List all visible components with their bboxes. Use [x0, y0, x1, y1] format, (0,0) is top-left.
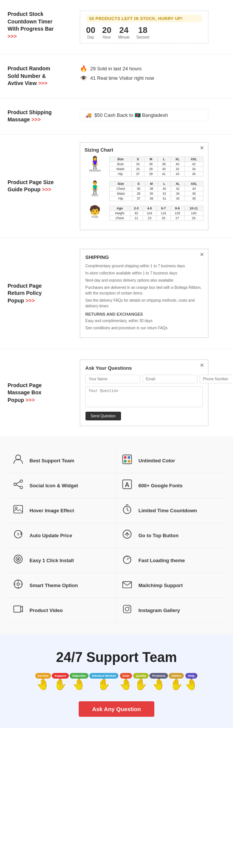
- svg-point-14: [16, 507, 17, 509]
- svg-rect-34: [14, 606, 20, 612]
- speech-bubble-1: Support: [52, 673, 69, 679]
- return-policy-content: ✕ SHIPPING Complimentary ground shipping…: [62, 249, 225, 338]
- feature-item-easy-1-click-install: Easy 1 Click Install: [8, 548, 116, 573]
- feature-icon-instagram-gallery: [120, 603, 134, 617]
- countdown-minute: 24 Minute: [118, 26, 129, 39]
- support-hands: Service🤚Support✋Objective🤚Advance Module…: [8, 673, 225, 690]
- feature-icon-mailchimp-support: [120, 578, 134, 592]
- hand-figure-5: Quality✋: [133, 673, 149, 690]
- svg-point-6: [20, 480, 23, 482]
- speech-bubble-6: Products: [149, 673, 168, 679]
- svg-rect-33: [123, 581, 131, 588]
- hand-emoji-6: 🤚: [152, 679, 165, 690]
- countdown-box: 58 PRODUCTS LEFT IN STOCK, HURRY UP! 00 …: [80, 11, 208, 43]
- women-table: SizeSMLXLXXL Bust3436384042 Waist2628303…: [109, 157, 203, 177]
- men-icon: 🧍‍♂️: [85, 181, 106, 193]
- feature-name: Easy 1 Click Install: [30, 558, 74, 563]
- hand-figure-4: Goal🤚: [119, 673, 132, 690]
- feature-item-smart-theme-option: Smart Theme Option: [8, 573, 116, 598]
- feature-item-mailchimp-support: Mailchimp Support: [116, 573, 225, 598]
- feature-icon-auto-update-price: $: [11, 529, 25, 542]
- women-figure: 🧍‍♀️ Women: [85, 157, 106, 172]
- hand-figure-3: Advance Module✋: [89, 673, 119, 690]
- hand-figure-1: Support✋: [52, 673, 69, 690]
- feature-item-auto-update-price: $ Auto Update Price: [8, 523, 116, 548]
- hand-figure-0: Service🤚: [35, 673, 51, 690]
- feature-item-hover-image-effect: Hover Image Effect: [8, 498, 116, 523]
- countdown-content: 58 PRODUCTS LEFT IN STOCK, HURRY UP! 00 …: [62, 11, 225, 43]
- countdown-label: Product Stock Countdown Timer With Progr…: [8, 11, 62, 40]
- svg-point-8: [20, 486, 23, 489]
- kids-figure: 🧒 Kids: [85, 206, 106, 219]
- countdown-timer-section: Product Stock Countdown Timer With Progr…: [0, 0, 233, 54]
- countdown-hour: 20 Hour: [102, 26, 111, 39]
- speech-bubble-3: Advance Module: [89, 673, 119, 679]
- kids-icon: 🧒: [85, 206, 106, 215]
- question-textarea[interactable]: [85, 386, 203, 407]
- name-input[interactable]: [85, 375, 140, 383]
- eye-icon: 👁️: [80, 74, 87, 82]
- send-question-button[interactable]: Send Question: [85, 412, 121, 420]
- feature-icon-smart-theme-option: [11, 578, 25, 592]
- email-input[interactable]: [143, 375, 197, 383]
- feature-name: 600+ Google Fonts: [138, 483, 183, 488]
- men-section: 🧍‍♂️ Men SizeSMLXLXXL Chest3638404244 Wa…: [85, 181, 203, 201]
- men-table: SizeSMLXLXXL Chest3638404244 Waist283032…: [109, 181, 203, 201]
- feature-item-limited-time-countdown: Limited Time Countdown: [116, 498, 225, 523]
- women-icon: 🧍‍♀️: [85, 157, 106, 169]
- svg-rect-3: [128, 456, 130, 459]
- feature-name: Mailchimp Support: [138, 583, 183, 588]
- feature-name: Limited Time Countdown: [138, 508, 197, 513]
- sold-content: 🔥 29 Sold in last 24 hours 👁️ 41 Real ti…: [62, 65, 225, 82]
- sold-label: Product Random Sold Number & Avtive View…: [8, 65, 62, 87]
- return-policy-label: Product Page Return Policy Popup >>>: [8, 282, 62, 305]
- message-box-close[interactable]: ✕: [200, 362, 204, 368]
- size-guide-content: ✕ Sizing Chart 🧍‍♀️ Women SizeSMLXLXXL B…: [62, 142, 225, 230]
- feature-icon-best-support-team: [11, 454, 25, 468]
- size-guide-title: Sizing Chart: [85, 147, 203, 153]
- size-guide-label: Product Page Size Guide Popup >>>: [8, 179, 62, 194]
- feature-icon-unlimited-color: [120, 454, 134, 468]
- feature-icon-social-icon-&-widget: [11, 479, 25, 493]
- feature-item-social-icon-&-widget: Social Icon & Widget: [8, 473, 116, 498]
- feature-icon-hover-image-effect: [11, 504, 25, 518]
- speech-bubble-4: Goal: [120, 673, 132, 679]
- feature-item-instagram-gallery: Instagram Gallery: [116, 598, 225, 623]
- feature-name: Go to Top Button: [138, 533, 179, 538]
- size-guide-close[interactable]: ✕: [200, 145, 204, 151]
- men-figure: 🧍‍♂️ Men: [85, 181, 106, 197]
- sold-number-section: Product Random Sold Number & Avtive View…: [0, 54, 233, 98]
- shipping-popup-title: SHIPPING: [85, 254, 203, 260]
- women-section: 🧍‍♀️ Women SizeSMLXLXXL Bust3436384042 W…: [85, 157, 203, 177]
- shipping-box: 🚚 $50 Cash Back to 🇧🇩 Bangladesh: [80, 109, 208, 121]
- svg-point-7: [14, 483, 16, 486]
- feature-name: Auto Update Price: [30, 533, 72, 538]
- feature-name: Instagram Gallery: [138, 608, 180, 613]
- phone-input[interactable]: [200, 375, 233, 383]
- feature-icon-product-video: [11, 603, 25, 617]
- feature-item-600+-google-fonts: A 600+ Google Fonts: [116, 473, 225, 498]
- svg-text:$: $: [17, 532, 19, 536]
- speech-bubble-5: Quality: [133, 673, 149, 679]
- hand-emoji-2: 🤚: [72, 679, 85, 690]
- hand-emoji-5: ✋: [134, 679, 148, 690]
- message-box-content: ✕ Ask Your Questions Send Question: [62, 360, 225, 426]
- countdown-day: 00 Day: [86, 26, 95, 39]
- size-guide-section: Product Page Size Guide Popup >>> ✕ Sizi…: [0, 135, 233, 238]
- return-policy-close[interactable]: ✕: [200, 251, 204, 257]
- svg-line-9: [16, 482, 20, 484]
- ask-question-button[interactable]: Ask Any Question: [79, 701, 155, 717]
- features-grid: Best Support Team Unlimited Color Social…: [8, 448, 225, 623]
- hand-emoji-7: ✋: [170, 679, 183, 690]
- sold-line: 🔥 29 Sold in last 24 hours: [80, 65, 208, 72]
- feature-icon-limited-time-countdown: [120, 504, 134, 518]
- feature-icon-go-to-top-button: [120, 529, 134, 542]
- features-section: Best Support Team Unlimited Color Social…: [0, 437, 233, 634]
- feature-name: Fast Loading theme: [138, 558, 185, 563]
- speech-bubble-0: Service: [35, 673, 51, 679]
- svg-point-36: [125, 607, 129, 611]
- feature-icon-600+-google-fonts: A: [120, 479, 134, 493]
- support-title: 24/7 Support Team: [8, 649, 225, 665]
- feature-icon-easy-1-click-install: [11, 553, 25, 567]
- message-box-popup: ✕ Ask Your Questions Send Question: [80, 360, 208, 426]
